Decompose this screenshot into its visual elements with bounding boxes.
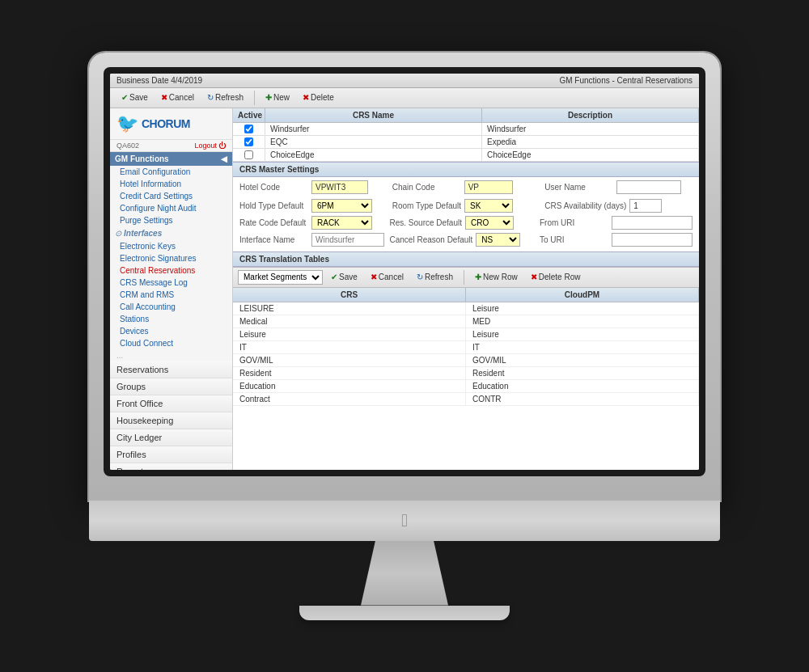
- trans-cloudpm-3: IT: [466, 341, 699, 353]
- user-name-label: User Name: [544, 183, 613, 192]
- cancel-reason-select[interactable]: NS: [476, 233, 520, 247]
- trans-crs-5: Resident: [233, 367, 466, 379]
- from-uri-input[interactable]: [612, 216, 693, 230]
- sidebar: 🐦 CHORUM QA602 Logout ⏻: [110, 108, 233, 470]
- sidebar-link-hotel-info[interactable]: Hotel Information: [110, 178, 232, 190]
- sidebar-link-crs-message[interactable]: CRS Message Log: [110, 277, 232, 289]
- active-checkbox-1[interactable]: [244, 125, 253, 133]
- list-item[interactable]: GOV/MIL GOV/MIL: [233, 354, 699, 367]
- trans-crs-3: IT: [233, 341, 466, 353]
- logo-bird-icon: 🐦: [116, 113, 138, 134]
- sidebar-link-devices[interactable]: Devices: [110, 325, 232, 337]
- logo-text: CHORUM: [142, 117, 190, 130]
- list-item[interactable]: Contract CONTR: [233, 393, 699, 406]
- active-cell-3[interactable]: [233, 149, 265, 161]
- active-checkbox-3[interactable]: [244, 150, 253, 159]
- hotel-code-input[interactable]: [311, 180, 368, 194]
- nav-city-ledger[interactable]: City Ledger: [110, 429, 232, 446]
- trans-new-row-button[interactable]: ✚ New Row: [470, 271, 523, 283]
- room-type-select[interactable]: SK: [464, 199, 513, 213]
- trans-cancel-button[interactable]: ✖ Cancel: [366, 271, 409, 283]
- trans-cloudpm-0: Leisure: [466, 302, 699, 315]
- trans-cancel-icon: ✖: [371, 273, 377, 281]
- sidebar-link-cloud-connect[interactable]: Cloud Connect: [110, 337, 232, 349]
- nav-reports[interactable]: Reports: [110, 463, 232, 470]
- save-button[interactable]: ✔ Save: [116, 91, 153, 104]
- trans-refresh-icon: ↻: [417, 273, 423, 281]
- interfaces-expand-icon[interactable]: ⊙: [115, 229, 121, 238]
- crs-avail-input[interactable]: [629, 199, 662, 213]
- res-source-select[interactable]: CRO: [465, 216, 514, 230]
- save-icon: ✔: [121, 93, 128, 102]
- trans-delete-row-button[interactable]: ✖ Delete Row: [526, 271, 586, 283]
- sidebar-link-purge[interactable]: Purge Settings: [110, 214, 232, 226]
- crs-name-cell-2: EQC: [265, 136, 482, 148]
- trans-new-icon: ✚: [475, 273, 481, 281]
- monitor-stand: [356, 541, 453, 606]
- cancel-icon: ✖: [161, 93, 167, 102]
- active-cell-1[interactable]: [233, 123, 265, 135]
- trans-crs-0: LEISURE: [233, 302, 466, 315]
- gm-functions-section: GM Functions ◀: [110, 152, 232, 166]
- sidebar-link-night-audit[interactable]: Configure Night Audit: [110, 202, 232, 214]
- top-bar: Business Date 4/4/2019 GM Functions - Ce…: [110, 74, 699, 88]
- list-item[interactable]: LEISURE Leisure: [233, 302, 699, 315]
- sidebar-link-electronic-sig[interactable]: Electronic Signatures: [110, 252, 232, 264]
- user-name-input[interactable]: [616, 180, 681, 194]
- sidebar-link-call-accounting[interactable]: Call Accounting: [110, 301, 232, 313]
- interface-name-field: Interface Name: [239, 233, 385, 247]
- translation-toolbar: Market Segments ✔ Save ✖ Cancel: [233, 267, 699, 288]
- active-cell-2[interactable]: [233, 136, 265, 148]
- trans-save-button[interactable]: ✔ Save: [326, 271, 362, 283]
- sidebar-link-crm-rms[interactable]: CRM and RMS: [110, 289, 232, 301]
- nav-groups[interactable]: Groups: [110, 378, 232, 395]
- trans-cloudpm-1: MED: [466, 315, 699, 328]
- chain-code-input[interactable]: [464, 180, 513, 194]
- to-uri-input[interactable]: [612, 233, 693, 247]
- list-item[interactable]: Education Education: [233, 380, 699, 393]
- page-title: GM Functions - Central Reservations: [559, 76, 693, 85]
- sidebar-link-stations[interactable]: Stations: [110, 313, 232, 325]
- trans-separator: [464, 270, 464, 285]
- list-item[interactable]: Resident Resident: [233, 367, 699, 380]
- list-item[interactable]: Medical MED: [233, 315, 699, 328]
- crs-master-title: CRS Master Settings: [233, 162, 699, 177]
- sidebar-link-central-res[interactable]: Central Reservations: [110, 264, 232, 277]
- crs-avail-field: CRS Availability (days): [544, 199, 693, 213]
- delete-button[interactable]: ✖ Delete: [298, 91, 339, 104]
- crs-table-header: Active CRS Name Description: [233, 108, 699, 123]
- collapse-icon[interactable]: ◀: [221, 154, 227, 163]
- trans-refresh-button[interactable]: ↻ Refresh: [412, 271, 458, 283]
- trans-crs-4: GOV/MIL: [233, 354, 466, 366]
- table-row: ChoiceEdge ChoiceEdge: [233, 149, 699, 162]
- sidebar-link-email-config[interactable]: Email Configuration: [110, 166, 232, 178]
- trans-col-cloudpm: CloudPM: [466, 288, 699, 302]
- sidebar-link-credit-card[interactable]: Credit Card Settings: [110, 190, 232, 202]
- description-cell-1: Windsurfer: [482, 123, 699, 135]
- nav-housekeeping[interactable]: Housekeeping: [110, 412, 232, 429]
- user-name-field: User Name: [544, 180, 693, 194]
- refresh-button[interactable]: ↻ Refresh: [202, 91, 248, 104]
- list-item[interactable]: IT IT: [233, 341, 699, 354]
- rate-code-select[interactable]: RACK: [311, 216, 372, 230]
- crs-name-cell-3: ChoiceEdge: [265, 149, 482, 161]
- from-uri-field: From URI: [540, 216, 693, 230]
- master-row-4: Interface Name Cancel Reason Default NS: [233, 231, 699, 251]
- new-button[interactable]: ✚ New: [260, 91, 294, 104]
- logout-button[interactable]: Logout ⏻: [194, 142, 226, 150]
- trans-crs-2: Leisure: [233, 328, 466, 340]
- translation-dropdown[interactable]: Market Segments: [238, 270, 323, 285]
- more-indicator: ...: [110, 349, 232, 361]
- interface-name-input[interactable]: [311, 233, 384, 247]
- cancel-button[interactable]: ✖ Cancel: [156, 91, 199, 104]
- crs-name-cell-1: Windsurfer: [265, 123, 482, 135]
- active-checkbox-2[interactable]: [244, 137, 253, 146]
- table-row: Windsurfer Windsurfer: [233, 123, 699, 136]
- nav-front-office[interactable]: Front Office: [110, 395, 232, 412]
- sidebar-link-electronic-keys[interactable]: Electronic Keys: [110, 240, 232, 252]
- list-item[interactable]: Leisure Leisure: [233, 328, 699, 341]
- nav-profiles[interactable]: Profiles: [110, 446, 232, 463]
- hold-type-select[interactable]: 6PM: [311, 199, 372, 213]
- nav-reservations[interactable]: Reservations: [110, 361, 232, 378]
- hold-type-field: Hold Type Default 6PM: [239, 199, 388, 213]
